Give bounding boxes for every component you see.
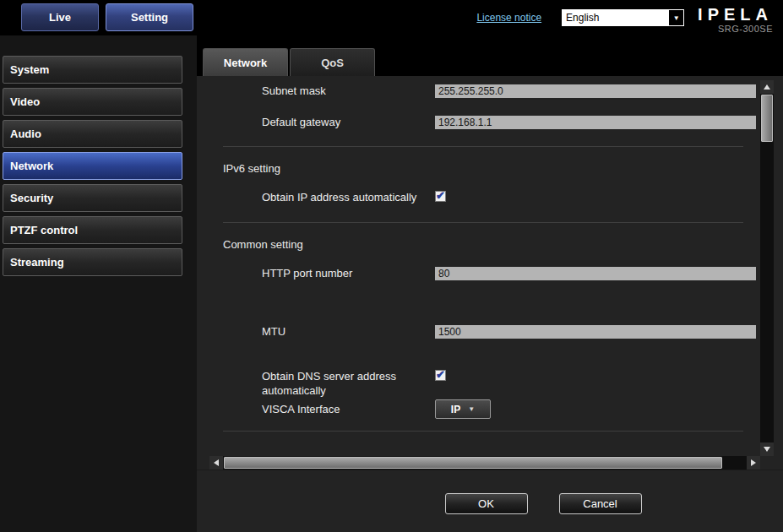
visca-interface-select[interactable]: IP ▼ — [435, 399, 491, 419]
tab-live[interactable]: Live — [21, 3, 99, 31]
tab-setting[interactable]: Setting — [106, 3, 193, 31]
tab-qos[interactable]: QoS — [290, 48, 375, 76]
form-footer: OK Cancel — [197, 470, 783, 532]
chevron-down-icon: ▼ — [468, 405, 475, 413]
mtu-label: MTU — [262, 324, 418, 339]
arrow-down-icon — [764, 447, 770, 452]
scrollbar-corner — [760, 456, 774, 470]
default-gateway-label: Default gateway — [262, 115, 418, 129]
scroll-up-button[interactable] — [760, 80, 774, 94]
model-label: SRG-300SE — [698, 24, 773, 34]
default-gateway-input[interactable] — [435, 116, 756, 129]
arrow-left-icon — [214, 459, 219, 466]
form-row-obtain-ip: Obtain IP address automatically — [209, 190, 760, 205]
ipv6-section-heading: IPv6 setting — [223, 162, 760, 175]
tab-network[interactable]: Network — [203, 48, 288, 76]
form-row-mtu: MTU — [209, 324, 760, 339]
vertical-scroll-thumb[interactable] — [761, 95, 773, 142]
ipela-logo: IPELA — [698, 5, 773, 24]
form-row-default-gateway: Default gateway — [209, 115, 760, 129]
scroll-down-button[interactable] — [760, 442, 774, 456]
app-window: Live Setting License notice English ▼ IP… — [0, 0, 783, 532]
settings-panel: Subnet mask Default gateway — [197, 76, 783, 532]
license-notice-link[interactable]: License notice — [476, 12, 541, 24]
language-select[interactable]: English ▼ — [562, 9, 684, 26]
sidebar-item-network[interactable]: Network — [3, 152, 182, 180]
sidebar-item-security[interactable]: Security — [3, 184, 182, 212]
sidebar: System Video Audio Network Security PTZF… — [0, 35, 197, 532]
visca-interface-label: VISCA Interface — [262, 402, 418, 416]
divider — [223, 222, 743, 223]
common-section-heading: Common setting — [223, 238, 760, 251]
divider — [223, 431, 743, 432]
obtain-ip-checkbox[interactable] — [435, 191, 446, 202]
obtain-dns-checkbox[interactable] — [435, 370, 446, 381]
sidebar-item-system[interactable]: System — [3, 56, 182, 84]
brand-block: IPELA SRG-300SE — [698, 5, 776, 34]
sidebar-item-ptzf-control[interactable]: PTZF control — [3, 216, 182, 244]
form-row-visca: VISCA Interface IP ▼ — [209, 399, 760, 419]
topbar-right: License notice English ▼ IPELA SRG-300SE — [476, 0, 783, 35]
subnet-mask-input[interactable] — [435, 84, 756, 98]
mtu-input[interactable] — [435, 325, 756, 339]
main-area: Network QoS Subnet mask Default gateway — [197, 35, 783, 532]
form-row-http-port: HTTP port number — [209, 266, 760, 280]
chevron-down-icon: ▼ — [669, 10, 683, 25]
arrow-right-icon — [751, 459, 756, 466]
scroll-left-button[interactable] — [209, 456, 223, 470]
http-port-input[interactable] — [435, 267, 756, 280]
obtain-dns-label: Obtain DNS server address automatically — [262, 369, 418, 398]
sidebar-item-audio[interactable]: Audio — [3, 120, 182, 148]
view-switcher: Live Setting — [0, 0, 193, 35]
form-row-obtain-dns: Obtain DNS server address automatically — [209, 369, 760, 398]
cancel-button[interactable]: Cancel — [559, 493, 642, 514]
scroll-right-button[interactable] — [747, 456, 760, 470]
language-select-value: English — [566, 12, 599, 24]
divider — [223, 146, 743, 147]
network-settings-form: Subnet mask Default gateway — [209, 80, 760, 456]
vertical-scrollbar[interactable] — [760, 80, 774, 456]
scroll-container: Subnet mask Default gateway — [209, 80, 774, 470]
form-row-subnet-mask: Subnet mask — [209, 84, 760, 98]
subnet-mask-label: Subnet mask — [262, 84, 418, 98]
sidebar-item-video[interactable]: Video — [3, 88, 182, 116]
visca-selected-value: IP — [451, 404, 460, 415]
horizontal-scrollbar[interactable] — [209, 456, 760, 470]
arrow-up-icon — [764, 84, 770, 90]
obtain-ip-label: Obtain IP address automatically — [262, 190, 418, 204]
ok-button[interactable]: OK — [445, 493, 528, 514]
topbar: Live Setting License notice English ▼ IP… — [0, 0, 783, 35]
sidebar-item-streaming[interactable]: Streaming — [3, 248, 182, 276]
settings-tabs: Network QoS — [197, 35, 783, 76]
horizontal-scroll-thumb[interactable] — [224, 457, 722, 469]
http-port-label: HTTP port number — [262, 266, 418, 280]
